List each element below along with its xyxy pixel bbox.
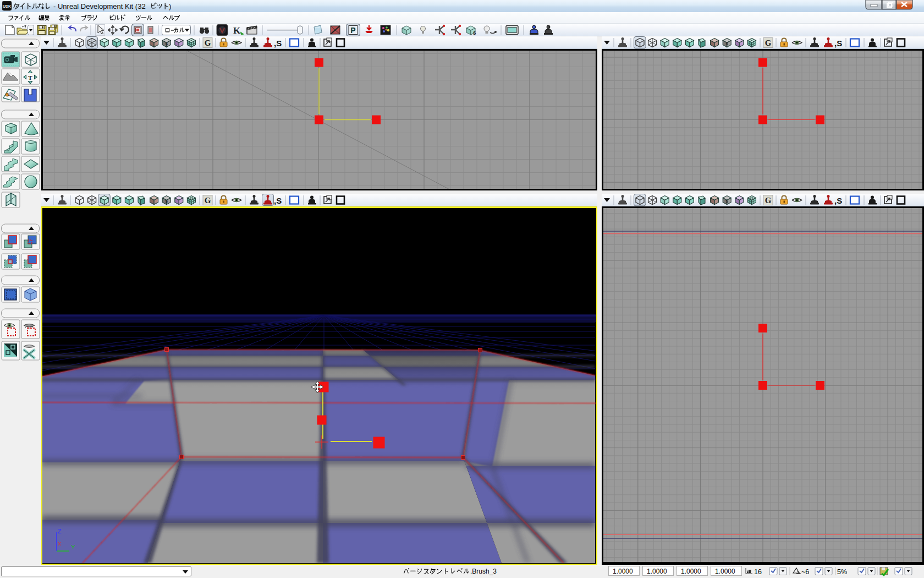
- svg-text:G: G: [765, 39, 772, 47]
- svg-text:Z: Z: [58, 528, 62, 535]
- svg-text:,S: ,S: [274, 196, 282, 205]
- svg-text:~6: ~6: [801, 568, 809, 576]
- svg-text:5%: 5%: [837, 568, 847, 576]
- svg-text:$: $: [165, 199, 168, 204]
- svg-text:s: s: [473, 30, 476, 36]
- svg-text:G: G: [765, 196, 772, 205]
- svg-text:G: G: [205, 196, 211, 205]
- svg-text:X: X: [58, 541, 61, 547]
- svg-text:G: G: [205, 39, 211, 47]
- svg-text:K: K: [233, 25, 241, 36]
- svg-text:16: 16: [754, 568, 762, 576]
- svg-text:.Brush_3: .Brush_3: [470, 568, 497, 575]
- svg-text:,S: ,S: [834, 39, 842, 48]
- svg-text:T: T: [28, 74, 32, 81]
- svg-text:,S: ,S: [834, 196, 842, 205]
- svg-text:$: $: [725, 199, 728, 204]
- svg-text:- Unreal Development Kit (32: - Unreal Development Kit (32: [53, 2, 146, 10]
- svg-text:,S: ,S: [274, 39, 282, 48]
- svg-text:$: $: [725, 41, 728, 46]
- svg-text:Y: Y: [71, 544, 75, 550]
- svg-text:P: P: [350, 26, 355, 35]
- svg-text:$: $: [165, 41, 168, 46]
- svg-text:): ): [169, 2, 171, 10]
